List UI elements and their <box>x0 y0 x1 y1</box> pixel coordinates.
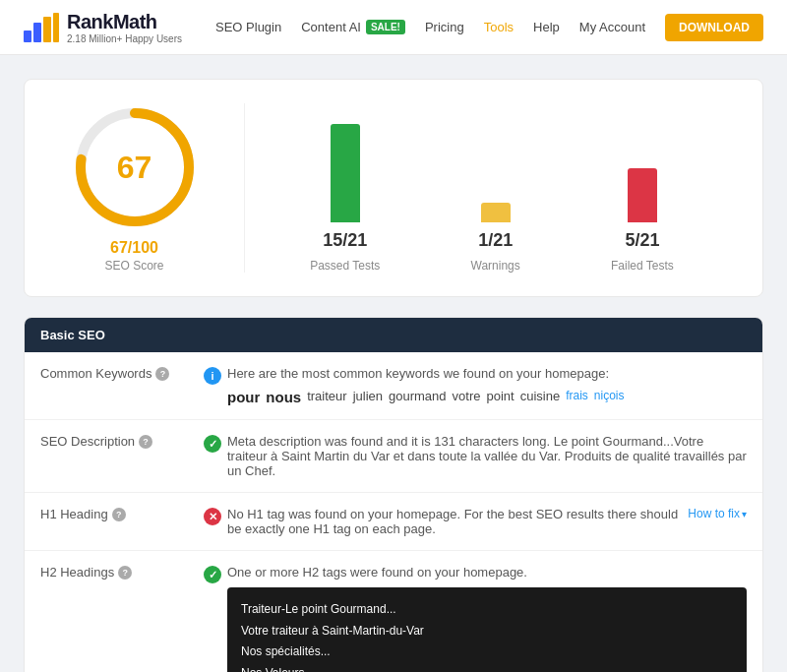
failed-bar <box>628 168 657 222</box>
main-content: 67 67/100 SEO Score 15/21 Passed Tests 1… <box>0 55 787 672</box>
keyword-cuisine: cuisine <box>520 389 560 405</box>
download-button[interactable]: DOWNLOAD <box>665 14 763 41</box>
row-h2-headings: H2 Headings ? ✓ One or more H2 tags were… <box>25 551 762 672</box>
row-common-keywords: Common Keywords ? i Here are the most co… <box>25 352 762 420</box>
row-seo-description: SEO Description ? ✓ Meta description was… <box>25 420 762 493</box>
h2-list-box: Traiteur-Le point Gourmand... Votre trai… <box>227 587 747 672</box>
keyword-point: point <box>486 389 514 405</box>
nav-content-ai[interactable]: Content AI SALE! <box>301 20 405 34</box>
label-seo-description: SEO Description ? <box>40 434 188 449</box>
status-error-icon-h1: ✕ <box>204 508 221 525</box>
score-section: 67 67/100 SEO Score 15/21 Passed Tests 1… <box>24 79 763 297</box>
h2-item-2: Votre traiteur à Saint-Martin-du-Var <box>241 621 733 642</box>
keyword-julien: julien <box>353 389 383 405</box>
keyword-pour: pour <box>227 389 260 405</box>
donut-center: 67 <box>117 150 152 186</box>
content-common-keywords: i Here are the most common keywords we f… <box>204 366 747 405</box>
sale-badge: SALE! <box>366 20 405 34</box>
how-to-fix-h1[interactable]: How to fix ▾ <box>688 507 747 520</box>
failed-bar-container <box>618 104 667 222</box>
keyword-nous: nous <box>266 389 301 405</box>
help-icon-keywords[interactable]: ? <box>155 367 169 381</box>
keyword-frais: frais <box>566 389 588 405</box>
row-h1-heading: H1 Heading ? ✕ No H1 tag was found on yo… <box>25 493 762 551</box>
rankmath-logo-icon <box>24 13 59 42</box>
nav-my-account[interactable]: My Account <box>579 20 645 34</box>
logo-area: RankMath 2.18 Million+ Happy Users <box>24 11 182 44</box>
help-icon-h1[interactable]: ? <box>112 508 126 521</box>
warnings-num: 1/21 <box>478 230 513 251</box>
status-ok-icon-desc: ✓ <box>204 435 221 453</box>
status-ok-icon-h2: ✓ <box>204 566 221 583</box>
donut-chart: 67 <box>71 103 199 231</box>
nav-pricing[interactable]: Pricing <box>425 20 464 34</box>
keyword-votre: votre <box>453 389 481 405</box>
score-left: 67 67/100 SEO Score <box>48 103 245 273</box>
status-info-icon: i <box>204 367 221 385</box>
score-number: 67 <box>117 150 152 185</box>
svg-rect-0 <box>24 31 31 42</box>
label-common-keywords: Common Keywords ? <box>40 366 188 381</box>
warnings-bar <box>481 203 511 222</box>
score-right: 15/21 Passed Tests 1/21 Warnings 5/21 Fa… <box>245 104 739 273</box>
keyword-gourmand: gourmand <box>389 389 447 405</box>
help-icon-description[interactable]: ? <box>139 435 152 449</box>
label-h1-heading: H1 Heading ? <box>40 507 188 521</box>
passed-tests: 15/21 Passed Tests <box>310 104 380 273</box>
content-seo-description: ✓ Meta description was found and it is 1… <box>204 434 747 478</box>
main-nav: SEO Plugin Content AI SALE! Pricing Tool… <box>215 14 763 41</box>
keywords-list: pour nous traiteur julien gourmand votre… <box>227 389 747 405</box>
help-icon-h2[interactable]: ? <box>118 566 132 580</box>
failed-tests: 5/21 Failed Tests <box>611 104 674 273</box>
failed-label: Failed Tests <box>611 259 674 273</box>
warnings: 1/21 Warnings <box>471 104 520 273</box>
passed-label: Passed Tests <box>310 259 380 273</box>
h2-item-3: Nos spécialités... <box>241 641 733 663</box>
nav-seo-plugin[interactable]: SEO Plugin <box>215 20 281 34</box>
h2-item-4: Nos Valeurs <box>241 663 733 672</box>
svg-rect-2 <box>43 17 51 42</box>
basic-seo-section: Basic SEO Common Keywords ? i Here are t… <box>24 317 763 672</box>
logo-text: RankMath 2.18 Million+ Happy Users <box>67 11 182 44</box>
warnings-bar-container <box>471 104 520 222</box>
nav-help[interactable]: Help <box>533 20 560 34</box>
score-label: SEO Score <box>104 259 163 273</box>
nav-tools[interactable]: Tools <box>484 20 514 34</box>
chevron-down-icon: ▾ <box>742 509 747 519</box>
svg-rect-1 <box>33 23 41 42</box>
basic-seo-header: Basic SEO <box>25 318 762 352</box>
logo-name: RankMath <box>67 11 182 33</box>
header: RankMath 2.18 Million+ Happy Users SEO P… <box>0 0 787 55</box>
content-h1-heading: ✕ No H1 tag was found on your homepage. … <box>204 507 747 536</box>
svg-rect-3 <box>53 13 59 42</box>
passed-num: 15/21 <box>323 230 367 251</box>
failed-num: 5/21 <box>625 230 659 251</box>
h2-item-1: Traiteur-Le point Gourmand... <box>241 599 733 621</box>
passed-bar-container <box>321 104 370 222</box>
label-h2-headings: H2 Headings ? <box>40 565 188 580</box>
content-h2-headings: ✓ One or more H2 tags were found on your… <box>204 565 747 672</box>
keyword-nicois: niçois <box>594 389 625 405</box>
warnings-label: Warnings <box>471 259 520 273</box>
score-fraction: 67/100 <box>110 239 158 257</box>
keyword-traiteur: traiteur <box>307 389 346 405</box>
passed-bar <box>331 124 360 222</box>
logo-sub: 2.18 Million+ Happy Users <box>67 33 182 44</box>
